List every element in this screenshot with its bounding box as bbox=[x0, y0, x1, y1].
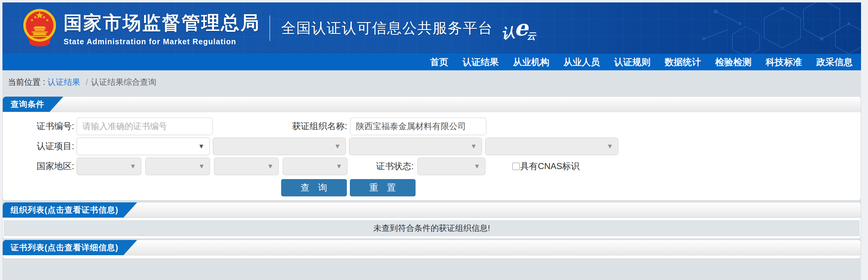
query-conditions-tab: 查询条件 bbox=[3, 97, 63, 112]
nav-item-personnel[interactable]: 从业人员 bbox=[563, 56, 600, 68]
nav-item-tech-standards[interactable]: 科技标准 bbox=[766, 56, 802, 68]
brand-text: 国家市场监督管理总局 State Administration for Mark… bbox=[64, 10, 260, 46]
cert-status-label: 证书状态: bbox=[351, 160, 414, 172]
breadcrumb-link-cert-results[interactable]: 认证结果 bbox=[48, 77, 80, 88]
query-button[interactable]: 查 询 bbox=[281, 179, 347, 196]
cert-panel-body bbox=[3, 255, 861, 258]
nav-item-statistics[interactable]: 数据统计 bbox=[664, 56, 701, 68]
form-row-3: 国家地区: ▼ ▼ ▼ ▼ 证书状态: ▼ 具有CNAS标识 bbox=[3, 157, 861, 175]
cnas-checkbox-label[interactable]: 具有CNAS标识 bbox=[520, 160, 580, 172]
form-row-1: 证书编号: 获证组织名称: bbox=[3, 117, 861, 136]
chevron-down-icon: ▼ bbox=[129, 162, 136, 170]
cert-panel-header: 证书列表(点击查看详细信息) bbox=[3, 240, 861, 255]
org-name-en: State Administration for Market Regulati… bbox=[64, 37, 260, 46]
chevron-down-icon: ▼ bbox=[267, 162, 274, 170]
org-name-input[interactable] bbox=[350, 118, 486, 135]
reset-button[interactable]: 重 置 bbox=[350, 179, 415, 196]
breadcrumb-separator: / bbox=[86, 78, 88, 87]
cert-project-select-1[interactable]: ▼ bbox=[76, 138, 210, 155]
cnas-checkbox-group: 具有CNAS标识 bbox=[513, 160, 580, 172]
chevron-down-icon: ▼ bbox=[334, 142, 341, 150]
nav-item-procurement[interactable]: 政采信息 bbox=[816, 56, 852, 68]
certificate-list-panel: 证书列表(点击查看详细信息) bbox=[2, 240, 861, 259]
cert-project-select-3: ▼ bbox=[349, 138, 482, 155]
national-emblem-icon bbox=[21, 8, 58, 48]
nav-item-home[interactable]: 首页 bbox=[430, 56, 448, 68]
org-empty-message: 未查到符合条件的获证组织信息! bbox=[4, 220, 860, 236]
country-select-3: ▼ bbox=[214, 158, 279, 175]
org-name-cn: 国家市场监督管理总局 bbox=[64, 10, 260, 35]
page: 国家市场监督管理总局 State Administration for Mark… bbox=[2, 2, 861, 280]
hexagon-pattern-decoration bbox=[589, 2, 861, 54]
org-panel-header: 组织列表(点击查看证书信息) bbox=[3, 202, 861, 218]
cnas-checkbox[interactable] bbox=[513, 163, 520, 170]
org-panel-body: 未查到符合条件的获证组织信息! bbox=[3, 218, 861, 239]
breadcrumb: 当前位置 : 认证结果 / 认证结果综合查询 bbox=[2, 70, 861, 94]
nav-item-agencies[interactable]: 从业机构 bbox=[513, 56, 549, 68]
site-header: 国家市场监督管理总局 State Administration for Mark… bbox=[2, 2, 861, 54]
organization-list-tab: 组织列表(点击查看证书信息) bbox=[3, 202, 137, 218]
cert-project-select-4: ▼ bbox=[485, 138, 618, 155]
certificate-list-tab: 证书列表(点击查看详细信息) bbox=[3, 240, 137, 255]
query-conditions-panel: 查询条件 证书编号: 获证组织名称: 认证项目: ▼ ▼ ▼ ▼ 国家地 bbox=[2, 96, 861, 201]
main-content: 当前位置 : 认证结果 / 认证结果综合查询 查询条件 证书编号: 获证组织名称… bbox=[2, 70, 861, 280]
query-panel-header: 查询条件 bbox=[3, 97, 861, 112]
logo-yun: 云 bbox=[527, 31, 536, 40]
country-region-label: 国家地区: bbox=[3, 160, 74, 172]
query-form: 证书编号: 获证组织名称: 认证项目: ▼ ▼ ▼ ▼ 国家地区: ▼ ▼ ▼ bbox=[3, 112, 861, 200]
chevron-down-icon: ▼ bbox=[607, 142, 613, 150]
form-row-2: 认证项目: ▼ ▼ ▼ ▼ bbox=[3, 137, 861, 156]
logo-e: e bbox=[514, 17, 528, 39]
logo-ren: 认 bbox=[501, 25, 516, 40]
form-button-row: 查 询 重 置 bbox=[76, 179, 620, 196]
country-select-4: ▼ bbox=[283, 158, 347, 175]
breadcrumb-prefix: 当前位置 : bbox=[8, 77, 45, 88]
cert-no-label: 证书编号: bbox=[3, 120, 74, 133]
org-name-label: 获证组织名称: bbox=[213, 120, 347, 133]
chevron-down-icon: ▼ bbox=[474, 162, 480, 170]
chevron-down-icon: ▼ bbox=[470, 142, 477, 150]
breadcrumb-current: 认证结果综合查询 bbox=[91, 77, 156, 88]
country-select-1: ▼ bbox=[76, 158, 141, 175]
country-select-2: ▼ bbox=[145, 158, 210, 175]
platform-title: 全国认证认可信息公共服务平台 bbox=[281, 19, 493, 38]
chevron-down-icon: ▼ bbox=[198, 142, 205, 150]
cert-status-select: ▼ bbox=[417, 158, 486, 175]
ren-e-yun-logo: 认 e 云 bbox=[501, 17, 536, 39]
header-divider bbox=[269, 16, 270, 41]
cert-project-label: 认证项目: bbox=[3, 140, 74, 152]
chevron-down-icon: ▼ bbox=[198, 162, 205, 170]
organization-list-panel: 组织列表(点击查看证书信息) 未查到符合条件的获证组织信息! bbox=[2, 202, 861, 239]
cert-no-input[interactable] bbox=[76, 118, 213, 135]
nav-item-cert-rules[interactable]: 认证规则 bbox=[614, 56, 650, 68]
nav-item-inspection[interactable]: 检验检测 bbox=[715, 56, 751, 68]
brand: 国家市场监督管理总局 State Administration for Mark… bbox=[21, 8, 260, 48]
chevron-down-icon: ▼ bbox=[336, 162, 342, 170]
nav-item-cert-results[interactable]: 认证结果 bbox=[462, 56, 499, 68]
top-nav: 首页 认证结果 从业机构 从业人员 认证规则 数据统计 检验检测 科技标准 政采… bbox=[2, 54, 861, 70]
cert-project-select-2: ▼ bbox=[213, 138, 346, 155]
